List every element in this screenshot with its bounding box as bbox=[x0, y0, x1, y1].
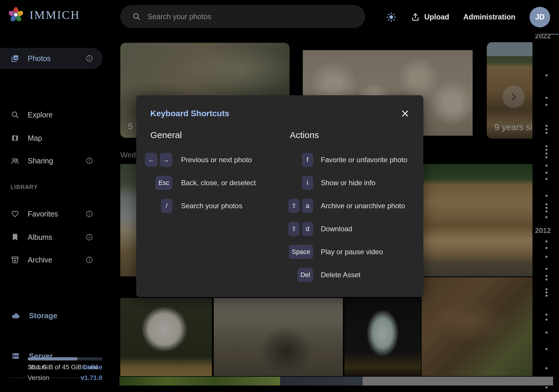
scrubber-dot bbox=[545, 178, 548, 180]
scrubber-dot bbox=[545, 128, 548, 130]
shortcut-label: Delete Asset bbox=[321, 271, 361, 279]
storage-title: Storage bbox=[29, 311, 57, 320]
scrubber-dot bbox=[545, 268, 548, 270]
server-section: Server bbox=[11, 351, 53, 361]
administration-link[interactable]: Administration bbox=[463, 13, 515, 21]
map-icon bbox=[11, 134, 19, 142]
info-icon[interactable] bbox=[86, 256, 93, 264]
right-arrow-key: → bbox=[160, 153, 172, 167]
i-key: i bbox=[302, 176, 313, 190]
upload-icon bbox=[411, 12, 420, 22]
shortcut-row: f Favorite or unfavorite photo bbox=[225, 148, 419, 171]
server-status-row: Status Online bbox=[28, 363, 102, 371]
scrubber-dot bbox=[545, 207, 548, 209]
actions-shortcut-list: f Favorite or unfavorite photo i Show or… bbox=[225, 148, 419, 286]
shortcut-row: ⇧ d Download bbox=[225, 217, 419, 240]
scrubber-dot bbox=[545, 149, 548, 151]
sidebar: Photos Explore Map Sharing LIBRARY Favor… bbox=[0, 34, 103, 392]
scrubber-dot bbox=[545, 367, 548, 369]
sidebar-item-map[interactable]: Map bbox=[0, 127, 103, 149]
brand-name: IMMICH bbox=[29, 8, 80, 22]
server-status-value: Online bbox=[82, 363, 102, 371]
f-key: f bbox=[302, 153, 313, 167]
left-arrow-key: ← bbox=[145, 153, 157, 167]
search-icon bbox=[132, 12, 141, 21]
search-input[interactable] bbox=[147, 12, 361, 21]
d-key: d bbox=[302, 222, 313, 236]
shortcut-label: Play or pause video bbox=[321, 248, 383, 256]
scrubber-dot bbox=[545, 104, 548, 106]
info-icon[interactable] bbox=[86, 55, 93, 62]
modal-title: Keyboard Shortcuts bbox=[150, 109, 229, 118]
close-button[interactable] bbox=[397, 106, 413, 121]
search-bar[interactable] bbox=[120, 5, 365, 28]
scrubber-dot bbox=[545, 172, 548, 174]
scrubber-dot bbox=[545, 247, 548, 249]
a-key: a bbox=[302, 199, 313, 213]
info-icon[interactable] bbox=[86, 157, 93, 165]
server-title: Server bbox=[29, 352, 53, 361]
shift-key: ⇧ bbox=[288, 199, 300, 213]
scrubber-dot bbox=[545, 386, 548, 388]
administration-label: Administration bbox=[463, 13, 515, 21]
scrubber-dot bbox=[545, 295, 548, 297]
sidebar-item-label: Archive bbox=[28, 256, 52, 264]
scrubber-dot bbox=[545, 74, 548, 76]
people-icon bbox=[11, 156, 19, 165]
scrubber-dot bbox=[545, 195, 548, 197]
immich-logo[interactable]: IMMICH bbox=[9, 6, 80, 23]
timeline-scrubber[interactable]: 2022 2012 bbox=[538, 29, 559, 392]
shortcut-row: i Show or hide info bbox=[225, 171, 419, 194]
scrubber-dot bbox=[545, 156, 548, 158]
shift-key: ⇧ bbox=[288, 222, 300, 236]
archive-icon bbox=[11, 255, 19, 264]
photos-icon bbox=[11, 54, 19, 63]
info-icon[interactable] bbox=[86, 233, 93, 241]
shortcut-label: Favorite or unfavorite photo bbox=[321, 156, 407, 164]
scrubber-dot bbox=[545, 288, 548, 290]
scrubber-dot bbox=[545, 165, 548, 167]
scrubber-dot bbox=[545, 275, 548, 277]
scrubber-dot bbox=[545, 348, 548, 350]
sidebar-item-archive[interactable]: Archive bbox=[0, 249, 103, 270]
scrubber-dot bbox=[545, 125, 548, 127]
space-key: Space bbox=[289, 245, 313, 259]
scrubber-dot bbox=[545, 332, 548, 334]
cloud-icon bbox=[11, 311, 21, 321]
sidebar-item-label: Sharing bbox=[28, 157, 53, 165]
sidebar-item-label: Favorites bbox=[28, 210, 58, 218]
shortcut-label: Show or hide info bbox=[321, 179, 375, 187]
theme-toggle-button[interactable] bbox=[386, 12, 397, 22]
library-section-header: LIBRARY bbox=[11, 184, 38, 191]
shortcut-row: Space Play or pause video bbox=[225, 240, 419, 263]
sun-icon bbox=[386, 12, 397, 22]
keyboard-shortcuts-modal: Keyboard Shortcuts General Actions ← → P… bbox=[136, 95, 423, 297]
heart-icon bbox=[11, 209, 19, 218]
server-status-label: Status bbox=[28, 363, 46, 371]
top-bar-actions: Upload Administration JD bbox=[386, 0, 550, 34]
info-icon[interactable] bbox=[86, 210, 93, 218]
immich-app: 5 y 9 years sin Wed, 2022 2012 bbox=[0, 0, 559, 392]
scrubber-dot bbox=[545, 256, 548, 258]
scrubber-year-2012: 2012 bbox=[535, 227, 551, 235]
sidebar-item-photos[interactable]: Photos bbox=[0, 48, 103, 69]
bookmark-icon bbox=[11, 233, 19, 242]
scrubber-dot bbox=[545, 210, 548, 212]
sidebar-item-favorites[interactable]: Favorites bbox=[0, 203, 103, 224]
sidebar-item-explore[interactable]: Explore bbox=[0, 104, 103, 125]
user-avatar[interactable]: JD bbox=[530, 7, 550, 27]
sidebar-item-label: Photos bbox=[28, 54, 51, 63]
esc-key: Esc bbox=[155, 176, 172, 190]
shortcut-label: Archive or unarchive photo bbox=[321, 202, 405, 210]
sidebar-item-sharing[interactable]: Sharing bbox=[0, 150, 103, 171]
sidebar-item-label: Map bbox=[28, 134, 42, 142]
shortcut-label: Download bbox=[321, 225, 352, 233]
close-icon bbox=[401, 109, 410, 118]
scrubber-dot bbox=[545, 152, 548, 155]
upload-button[interactable]: Upload bbox=[411, 12, 449, 22]
actions-section-heading: Actions bbox=[290, 130, 319, 140]
scrubber-dot bbox=[545, 216, 548, 218]
sidebar-item-albums[interactable]: Albums bbox=[0, 227, 103, 248]
sidebar-item-label: Explore bbox=[28, 111, 53, 119]
scrubber-dot bbox=[545, 240, 548, 242]
